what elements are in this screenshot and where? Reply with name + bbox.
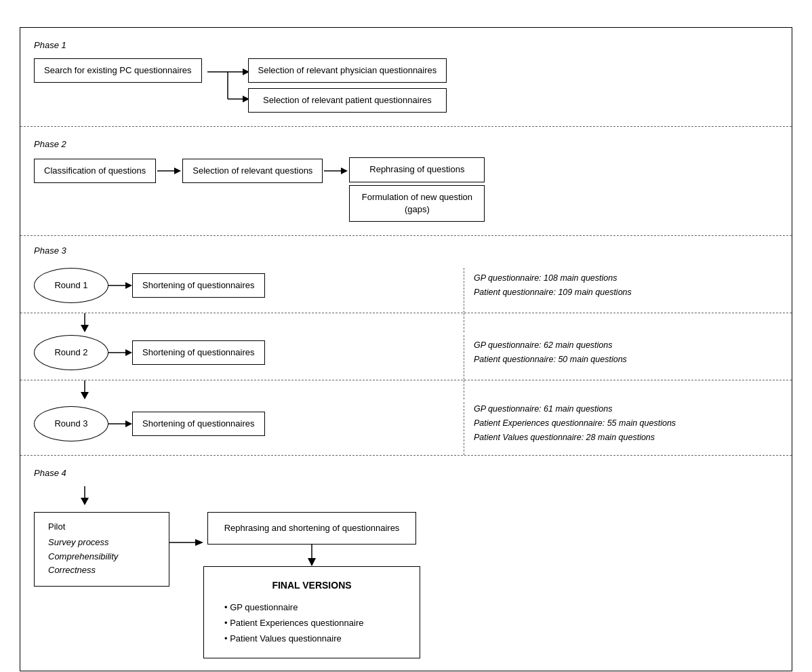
phase1-label: Phase 1 <box>34 40 778 50</box>
search-box: Search for existing PC questionnaires <box>34 58 202 83</box>
shortening3-box: Shortening of questionnaires <box>132 412 265 436</box>
phase4-section: Phase 4 Pilot Survey process Comprehensi… <box>20 456 792 671</box>
classification-box: Classification of questions <box>34 159 156 183</box>
round1-info: GP questionnaire: 108 main questions Pat… <box>474 271 632 300</box>
rephrasing-shortening-box: Rephrasing and shortening of questionnai… <box>207 512 417 545</box>
round1-oval: Round 1 <box>34 268 108 303</box>
svg-marker-19 <box>125 420 132 427</box>
physician-selection-box: Selection of relevant physician question… <box>248 58 447 83</box>
round3-oval: Round 3 <box>34 406 108 441</box>
formulation-box: Formulation of new question (gaps) <box>349 185 485 222</box>
round3-arrow <box>108 410 132 437</box>
svg-marker-7 <box>174 167 181 174</box>
shortening2-box: Shortening of questionnaires <box>132 340 265 365</box>
svg-marker-13 <box>81 325 89 332</box>
phase3-label-container: Phase 3 <box>20 236 792 256</box>
pilot-title: Pilot <box>48 521 155 533</box>
round1-arrow <box>108 272 132 299</box>
phase2-section: Phase 2 Classification of questions Sele… <box>20 127 792 236</box>
phase3-round2-section: Round 2 Shortening of questionnaires GP … <box>20 332 792 380</box>
final-title: FINAL VERSIONS <box>224 578 399 594</box>
diagram-container: Phase 1 Search for existing PC questionn… <box>20 27 792 671</box>
arrow-phase3-phase4 <box>71 486 98 505</box>
phase2-label: Phase 2 <box>34 139 778 149</box>
round3-info: GP questionnaire: 61 main questions Pati… <box>474 402 676 446</box>
round2-oval: Round 2 <box>34 335 108 370</box>
svg-marker-5 <box>243 96 248 102</box>
phase1-arrow-svg <box>207 58 248 113</box>
shortening1-box: Shortening of questionnaires <box>132 273 265 298</box>
arrow-r2-r3 <box>20 380 792 399</box>
phase3-round3-section: Round 3 Shortening of questionnaires GP … <box>20 399 792 456</box>
final-items: • GP questionnaire • Patient Experiences… <box>224 599 399 647</box>
round2-arrow <box>108 339 132 366</box>
round2-info: GP questionnaire: 62 main questions Pati… <box>474 338 627 368</box>
phase4-label: Phase 4 <box>34 468 778 478</box>
pilot-items: Survey process Comprehensibility Correct… <box>48 536 155 578</box>
phase3-label: Phase 3 <box>34 245 778 256</box>
rephrasing-box: Rephrasing of questions <box>349 157 485 182</box>
svg-marker-23 <box>195 539 203 546</box>
svg-marker-15 <box>125 349 132 356</box>
svg-marker-11 <box>125 282 132 289</box>
phase2-arrow1 <box>157 157 181 184</box>
patient-selection-box: Selection of relevant patient questionna… <box>248 88 447 113</box>
phase3-round1-section: Round 1 Shortening of questionnaires GP … <box>20 264 792 313</box>
pilot-box: Pilot Survey process Comprehensibility C… <box>34 512 169 587</box>
phase4-arrow1 <box>169 529 203 556</box>
phase1-section: Phase 1 Search for existing PC questionn… <box>20 28 792 127</box>
selection-relevant-box: Selection of relevant questions <box>182 159 323 183</box>
svg-marker-3 <box>243 68 248 75</box>
phase2-arrow2 <box>324 157 348 184</box>
svg-marker-17 <box>81 392 89 399</box>
svg-marker-21 <box>81 498 89 505</box>
final-versions-box: FINAL VERSIONS • GP questionnaire • Pati… <box>203 566 420 658</box>
phase4-arrow-down <box>298 545 325 566</box>
svg-marker-25 <box>308 558 316 566</box>
svg-marker-9 <box>341 167 348 174</box>
arrow-r1-r2 <box>20 313 792 332</box>
